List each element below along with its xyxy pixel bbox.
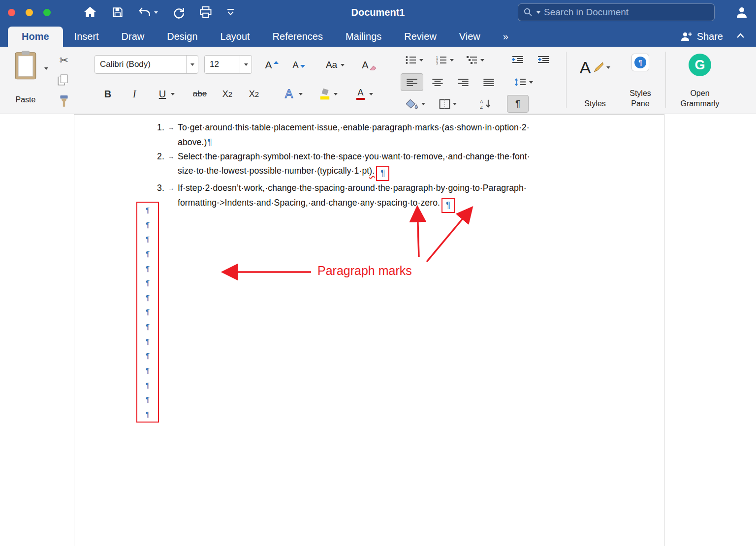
undo-dropdown-chevron[interactable] <box>154 11 158 14</box>
grammarly-icon: G <box>689 54 711 76</box>
paragraph-mark: ¶ <box>146 410 150 418</box>
text-effects-chevron[interactable] <box>299 93 303 95</box>
search-box[interactable] <box>518 3 715 21</box>
styles-pane-button[interactable]: ¶ Styles Pane <box>621 50 660 111</box>
bullets-chevron[interactable] <box>419 59 423 61</box>
font-size-select[interactable]: 12 <box>204 55 252 74</box>
text-effects-button[interactable]: A <box>276 85 310 103</box>
quick-access-toolbar <box>83 0 235 25</box>
tab-view[interactable]: View <box>448 27 492 47</box>
underline-chevron[interactable] <box>171 93 175 95</box>
change-case-chevron[interactable] <box>341 64 345 66</box>
shrink-font-button[interactable]: A <box>286 56 311 74</box>
multilevel-chevron[interactable] <box>480 59 484 61</box>
save-button[interactable] <box>111 6 124 19</box>
undo-button[interactable] <box>138 6 158 19</box>
toolbar-overflow-button[interactable] <box>226 8 235 16</box>
text-effects-icon: A <box>283 87 295 101</box>
paragraph-mark: ¶ <box>207 137 212 147</box>
superscript-button[interactable]: X2 <box>242 85 266 103</box>
bullets-button[interactable] <box>400 52 428 68</box>
tab-draw[interactable]: Draw <box>110 27 156 47</box>
justify-button[interactable] <box>477 73 500 91</box>
eraser-icon <box>370 64 377 70</box>
shading-button[interactable] <box>401 95 430 113</box>
zoom-button[interactable] <box>43 9 51 16</box>
font-name-select[interactable]: Calibri (Body) <box>94 55 198 74</box>
highlighter-icon <box>319 88 331 100</box>
print-button[interactable] <box>199 5 213 19</box>
styles-button[interactable]: A Styles <box>574 50 616 111</box>
bullet-list-icon <box>405 56 417 64</box>
line-spacing-button[interactable] <box>508 73 538 91</box>
change-case-button[interactable]: Aa <box>319 56 351 74</box>
search-input[interactable] <box>544 7 709 18</box>
shading-chevron[interactable] <box>421 103 425 105</box>
tab-references[interactable]: References <box>261 27 334 47</box>
home-button[interactable] <box>83 5 97 20</box>
line-spacing-chevron[interactable] <box>529 81 533 84</box>
tab-design[interactable]: Design <box>156 27 209 47</box>
tab-home[interactable]: Home <box>8 27 63 47</box>
list-text: size·to·the·lowest·possible·number·(typi… <box>178 166 369 176</box>
annotation-red-box: ¶ <box>441 198 455 213</box>
borders-chevron[interactable] <box>453 103 457 105</box>
sort-button[interactable]: AZ <box>473 95 498 113</box>
copy-button[interactable] <box>54 72 72 88</box>
document-page[interactable]: 1.→To·get·around·this·table·placement·is… <box>74 114 664 546</box>
search-scope-chevron[interactable] <box>536 11 540 14</box>
paste-dropdown-chevron[interactable] <box>44 67 48 70</box>
account-button[interactable] <box>734 5 749 22</box>
superscript-number: 2 <box>255 90 259 98</box>
redo-button[interactable] <box>172 6 185 19</box>
undo-icon <box>138 6 152 19</box>
styles-brush-icon <box>591 61 603 73</box>
format-painter-button[interactable] <box>55 93 73 110</box>
decrease-indent-button[interactable] <box>507 52 529 68</box>
numbering-chevron[interactable] <box>450 59 454 61</box>
grow-font-button[interactable]: A <box>259 56 284 74</box>
highlight-button[interactable] <box>312 85 345 103</box>
shrink-font-letter: A <box>292 60 298 70</box>
subscript-button[interactable]: X2 <box>216 85 239 103</box>
tab-mailings[interactable]: Mailings <box>334 27 393 47</box>
highlight-chevron[interactable] <box>334 93 338 95</box>
increase-indent-button[interactable] <box>533 52 554 68</box>
close-button[interactable] <box>8 9 15 16</box>
italic-button[interactable]: I <box>123 85 146 103</box>
minimize-button[interactable] <box>26 9 33 16</box>
bold-button[interactable]: B <box>96 85 119 103</box>
font-color-button[interactable]: A <box>347 85 382 103</box>
font-color-chevron[interactable] <box>369 93 373 95</box>
paste-button[interactable]: Paste <box>8 50 43 105</box>
align-right-button[interactable] <box>452 73 474 91</box>
styles-chevron[interactable] <box>606 66 610 69</box>
italic-letter: I <box>133 89 136 100</box>
tab-layout[interactable]: Layout <box>209 27 261 47</box>
show-paragraph-marks-button[interactable]: ¶ <box>507 95 529 113</box>
open-grammarly-button[interactable]: G Open Grammarly <box>670 50 729 111</box>
font-name-chevron[interactable] <box>186 56 198 73</box>
styles-pane-icon: ¶ <box>631 54 649 71</box>
copy-icon <box>58 74 68 86</box>
borders-button[interactable] <box>433 95 463 113</box>
multilevel-list-button[interactable] <box>461 52 489 68</box>
tab-insert[interactable]: Insert <box>63 27 110 47</box>
font-size-chevron[interactable] <box>240 56 252 73</box>
list-number: 2. <box>157 150 168 164</box>
collapse-ribbon-button[interactable] <box>736 32 745 47</box>
underline-button[interactable]: U <box>150 85 184 103</box>
share-button[interactable]: Share <box>680 30 723 47</box>
paste-label: Paste <box>16 94 36 105</box>
align-left-button[interactable] <box>401 73 423 91</box>
numbering-button[interactable]: 123 <box>430 52 459 68</box>
tab-review[interactable]: Review <box>393 27 448 47</box>
paragraph-mark: ¶ <box>146 250 150 258</box>
align-center-button[interactable] <box>426 73 449 91</box>
cut-button[interactable]: ✂ <box>55 53 73 68</box>
ribbon-tabs: HomeInsertDrawDesignLayoutReferencesMail… <box>8 27 520 47</box>
clear-formatting-button[interactable]: A <box>357 56 381 74</box>
strikethrough-button[interactable]: abe <box>187 85 213 103</box>
tab-more[interactable]: » <box>492 27 520 47</box>
strikethrough-letters: abe <box>193 89 207 99</box>
